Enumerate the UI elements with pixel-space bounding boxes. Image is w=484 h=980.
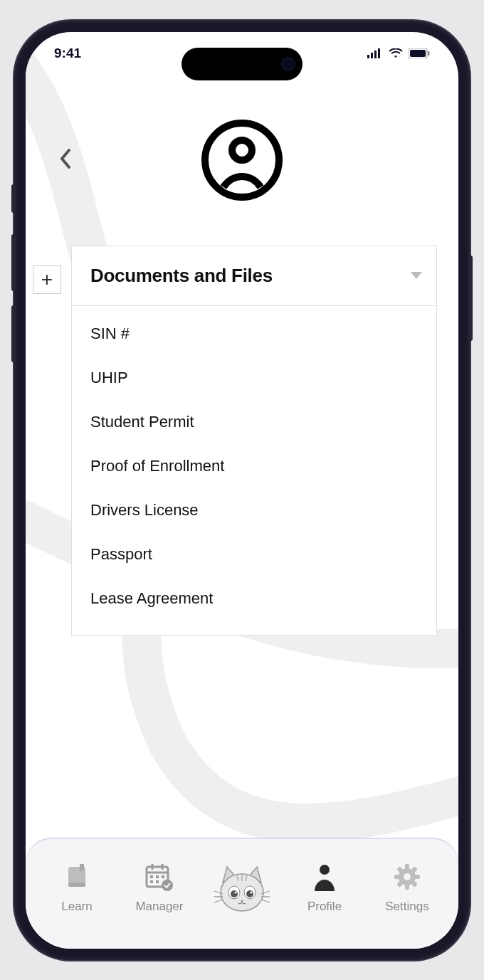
phone-side-button [11, 184, 16, 213]
nav-manager[interactable]: Manager [118, 860, 201, 914]
document-item[interactable]: Lease Agreement [72, 576, 436, 621]
phone-power-button [468, 255, 473, 341]
chevron-down-icon [411, 272, 422, 279]
nav-profile[interactable]: Profile [283, 860, 366, 914]
svg-rect-33 [394, 875, 400, 879]
svg-point-25 [231, 890, 238, 897]
svg-rect-11 [80, 864, 84, 871]
phone-volume-down [11, 305, 16, 362]
svg-rect-16 [150, 875, 153, 878]
svg-rect-0 [367, 55, 369, 58]
svg-rect-20 [156, 880, 159, 883]
nav-learn[interactable]: Learn [36, 860, 118, 914]
battery-icon [409, 48, 430, 58]
cat-mascot-icon [210, 858, 274, 915]
person-icon [307, 860, 342, 894]
documents-list: SIN # UHIP Student Permit Proof of Enrol… [72, 306, 436, 635]
svg-rect-1 [371, 53, 373, 58]
svg-rect-6 [428, 51, 430, 56]
documents-panel-header[interactable]: Documents and Files [72, 246, 436, 306]
page-header [26, 117, 458, 203]
profile-avatar-icon[interactable] [199, 117, 285, 203]
document-item[interactable]: Proof of Enrollment [72, 444, 436, 488]
svg-point-26 [246, 890, 253, 897]
wifi-icon [389, 48, 403, 58]
calendar-icon [142, 860, 177, 894]
back-button[interactable] [53, 147, 78, 173]
nav-label: Learn [61, 900, 92, 914]
svg-point-21 [162, 880, 173, 891]
svg-rect-10 [68, 882, 85, 887]
document-item[interactable]: SIN # [72, 312, 436, 356]
book-icon [60, 860, 94, 894]
nav-label: Manager [135, 900, 183, 914]
svg-point-28 [251, 891, 253, 893]
nav-label: Profile [307, 900, 342, 914]
svg-point-27 [235, 891, 237, 893]
svg-rect-5 [410, 50, 426, 57]
svg-rect-19 [150, 880, 153, 883]
svg-point-39 [404, 873, 411, 880]
document-item[interactable]: Student Permit [72, 400, 436, 444]
gear-icon [390, 860, 424, 894]
document-item[interactable]: Drivers License [72, 488, 436, 532]
svg-rect-17 [156, 875, 159, 878]
phone-frame: 9:41 [14, 21, 470, 960]
svg-rect-32 [405, 884, 409, 890]
svg-rect-2 [374, 51, 377, 58]
svg-rect-3 [378, 48, 380, 58]
nav-settings[interactable]: Settings [366, 860, 448, 914]
svg-rect-31 [405, 864, 409, 870]
plus-icon: + [41, 268, 53, 291]
documents-panel-title: Documents and Files [90, 265, 273, 287]
nav-mascot[interactable] [201, 858, 283, 915]
svg-rect-34 [414, 875, 420, 879]
svg-rect-18 [162, 875, 164, 878]
nav-label: Settings [385, 900, 428, 914]
cellular-icon [367, 48, 383, 58]
bottom-navigation: Learn [26, 838, 458, 949]
status-time: 9:41 [54, 46, 81, 61]
document-item[interactable]: Passport [72, 532, 436, 576]
phone-screen: 9:41 [26, 32, 458, 949]
status-right [367, 48, 430, 58]
svg-point-29 [320, 865, 330, 875]
documents-panel: Documents and Files SIN # UHIP Student P… [71, 246, 437, 636]
svg-point-8 [232, 140, 252, 160]
document-item[interactable]: UHIP [72, 356, 436, 400]
phone-volume-up [11, 234, 16, 291]
add-document-button[interactable]: + [33, 265, 61, 294]
dynamic-island [182, 48, 302, 80]
chevron-left-icon [59, 148, 72, 172]
